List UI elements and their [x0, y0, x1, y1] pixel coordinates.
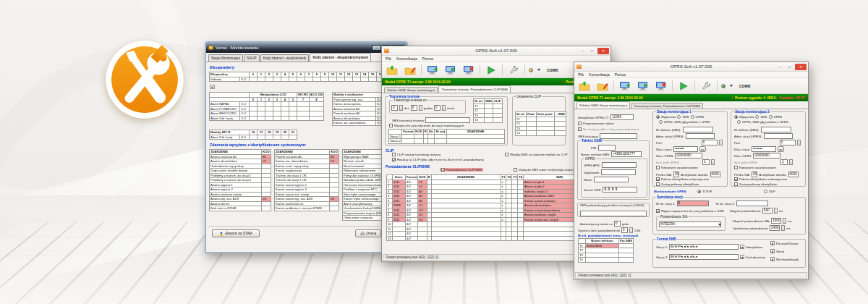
table-cell[interactable]: 4/2 [406, 236, 418, 241]
zone-symbol-button[interactable]: ● [770, 257, 775, 261]
minutes-stepper[interactable] [442, 105, 446, 111]
station2-gprs-sms-radio[interactable] [737, 120, 741, 124]
table-cell[interactable] [313, 77, 321, 82]
table-cell[interactable] [297, 77, 305, 82]
table-cell[interactable]: Sabotaż [210, 77, 240, 82]
test-phones-table[interactable]: Nr tel.SMSCLIPT1T2T3T4 [473, 98, 503, 123]
station1-auto-id-checkbox[interactable] [656, 177, 660, 181]
write-module-icon[interactable] [443, 64, 458, 76]
station1-gprs-radio[interactable] [691, 115, 694, 119]
table-cell[interactable] [369, 77, 377, 82]
table-cell[interactable]: Koniec problemu z siecią w ETHM [275, 206, 330, 211]
table-cell[interactable] [493, 118, 502, 123]
station1-object-id-input[interactable]: 0000 [710, 172, 720, 177]
user-input[interactable] [601, 169, 636, 175]
ack-delay-input[interactable]: 2400 [770, 225, 780, 231]
read-module-icon[interactable] [425, 64, 440, 76]
dns-input[interactable]: 0. 0. 0. 0 [603, 187, 637, 193]
tcp-radio[interactable] [697, 190, 701, 193]
sms-center-input[interactable]: +48501200777 [611, 151, 642, 157]
minimize-button[interactable]: – [579, 48, 587, 54]
close-button[interactable]: ✕ [597, 48, 609, 54]
station2-sms-radio[interactable] [755, 115, 759, 119]
title-bar[interactable]: GPRS-Soft v1.07.000 – □ ✕ [574, 62, 808, 72]
save-file-icon[interactable] [595, 80, 610, 92]
save-file-icon[interactable] [403, 64, 417, 76]
expander-grid-icon[interactable]: ⊞ [210, 85, 215, 89]
show-key-button[interactable]: aa [778, 146, 783, 152]
table-cell[interactable] [281, 135, 289, 140]
table-cell[interactable] [427, 139, 435, 144]
table-cell[interactable] [393, 236, 406, 241]
password-input[interactable] [594, 177, 629, 182]
menu-pomoc[interactable]: Pomoc [615, 72, 626, 77]
minimize-button[interactable]: – [372, 45, 381, 51]
station2-auto-id-checkbox[interactable] [734, 177, 738, 181]
ack-input[interactable]: 600 [762, 208, 773, 214]
table-cell[interactable] [329, 77, 337, 82]
station1-key-input[interactable]: •••••••• [673, 146, 698, 152]
start-transmission-icon[interactable] [484, 64, 498, 76]
chevron-down-icon[interactable] [730, 85, 733, 87]
table-cell[interactable]: 13 [387, 236, 393, 241]
ack-stepper[interactable] [774, 208, 778, 214]
table-cell[interactable] [258, 77, 265, 82]
station1-port-input[interactable]: 0 [702, 140, 718, 145]
station2-off-radio[interactable] [734, 115, 738, 119]
maximize-button[interactable]: □ [786, 64, 793, 70]
station1-gprs-key-input[interactable]: 00000000 [675, 153, 702, 159]
disconnect-icon[interactable] [461, 64, 476, 76]
start-transmission-icon[interactable] [676, 80, 691, 92]
table-cell[interactable] [619, 258, 634, 263]
table-cell[interactable] [484, 118, 493, 123]
init-sms-input[interactable] [600, 133, 637, 139]
station2-encryption-checkbox[interactable] [734, 166, 738, 169]
days-input[interactable]: 0 [391, 105, 398, 111]
identifier-symbol-button[interactable]: ● [740, 245, 744, 249]
table-cell[interactable] [297, 116, 310, 121]
menu-plik[interactable]: Plik [578, 72, 584, 77]
table-cell[interactable] [586, 258, 619, 263]
station1-encryption-checkbox[interactable] [656, 166, 660, 169]
table-cell[interactable] [309, 116, 323, 121]
station2-key-input[interactable]: •••••••• [752, 146, 776, 152]
hours-stepper[interactable] [419, 105, 422, 111]
tab-transmisje-testowe[interactable]: Transmisje testowe, Powiadamianie CLIP/S… [438, 85, 511, 93]
notification-numbers-table[interactable]: Numer telefonuPot.SMST1600123456T2T3T4 [578, 238, 634, 263]
days-stepper[interactable] [399, 105, 403, 111]
clip-status-checkbox[interactable] [505, 153, 509, 156]
add-number-checkbox[interactable] [514, 168, 517, 172]
table-cell[interactable] [289, 135, 297, 140]
export-stam-button[interactable]: Eksport do STAM [212, 229, 260, 237]
settings-wrench-icon[interactable] [699, 80, 713, 92]
start-end-symbol-button[interactable]: ● [770, 241, 775, 245]
notify-enable-checkbox[interactable] [441, 168, 445, 172]
sms-test-input[interactable] [425, 117, 470, 123]
hours-input[interactable]: 0 [411, 105, 417, 111]
table-cell[interactable] [265, 116, 273, 121]
chevron-down-icon[interactable] [537, 69, 540, 71]
table-cell[interactable] [526, 131, 536, 136]
com-port-label[interactable]: COMB [739, 84, 750, 88]
sia-ack-select[interactable]: INTEGRA [659, 221, 721, 227]
tries-stepper[interactable] [789, 159, 793, 165]
ack-delay-stepper[interactable] [781, 225, 785, 231]
tab-telefon-gsm[interactable]: Telefon GSM, Stacje monitorujące [384, 87, 438, 93]
ident-input[interactable]: 12345 [610, 114, 634, 120]
table-cell[interactable]: Alarm MEDYCZNY [210, 111, 240, 117]
print-button[interactable]: Drukuj [355, 229, 381, 237]
table-cell[interactable] [273, 116, 281, 121]
test-stations-table[interactable]: FormatKODRStr.Nr wej.ZDARZENIEStacja 1St… [388, 129, 505, 144]
station2-gprs-radio[interactable] [769, 115, 773, 119]
settings-wrench-icon[interactable] [506, 64, 521, 76]
write-module-icon[interactable] [636, 80, 650, 92]
station1-replace-id-checkbox[interactable] [656, 182, 660, 186]
system-events-table-2[interactable]: ZDARZENIEKODPowrót zasilania ACB2Koniec … [274, 149, 339, 211]
tab-kody-wejscia-strefy[interactable]: Kody zdarzeń - wejścia/strefy [260, 54, 310, 62]
table-cell[interactable] [321, 77, 329, 82]
read-module-icon[interactable] [618, 80, 632, 92]
table-cell[interactable]: O-2 [240, 116, 250, 121]
table-cell[interactable] [250, 116, 258, 121]
tab-stacje-monitorujace[interactable]: Stacje Monitorujące [208, 54, 243, 62]
title-bar[interactable]: GPRS-Soft v1.07.000 – □ ✕ [382, 46, 610, 56]
